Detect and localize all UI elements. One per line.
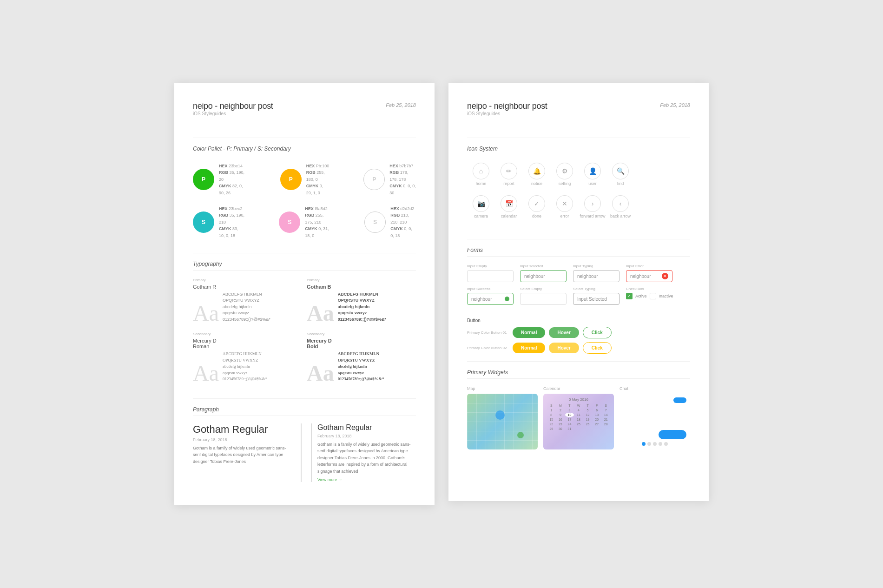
cal-cell: 16 bbox=[556, 417, 565, 422]
btn-green-hover[interactable]: Hover bbox=[549, 327, 579, 338]
form-error-input[interactable]: neighbour ✕ bbox=[626, 270, 672, 282]
cal-cell: 13 bbox=[593, 413, 601, 417]
color-section-title: Color Pallet - P: Primary / S: Secondary bbox=[193, 145, 416, 155]
icon-grid-row1: ⌂ home ✏ report 🔔 notice ⚙ setting 👤 bbox=[467, 163, 690, 193]
cal-cell: 28 bbox=[601, 422, 610, 426]
type-label-mercB: Secondary bbox=[307, 332, 416, 336]
error-icon: ✕ bbox=[556, 195, 573, 212]
cal-cell: F bbox=[593, 403, 601, 408]
page1-date: Feb 25, 2018 bbox=[386, 102, 416, 108]
widget-chat: Chat bbox=[619, 386, 690, 449]
icon-find: 🔍 find bbox=[606, 163, 634, 186]
swatch-gray: P bbox=[363, 169, 385, 190]
btn-green-click[interactable]: Click bbox=[583, 327, 612, 338]
page2-subtitle: iOS Styleguides bbox=[467, 111, 547, 116]
btn-row1-label: Primary Color Button 01 bbox=[467, 330, 509, 335]
icon-done: ✓ done bbox=[523, 195, 551, 218]
forms-row-2: Input Success neighbour Select Empty Sel… bbox=[467, 287, 690, 305]
chat-dot-1 bbox=[642, 442, 646, 446]
form-select-empty: Select Empty bbox=[520, 287, 567, 305]
cal-cell: 22 bbox=[547, 422, 556, 426]
cal-today: 10 bbox=[565, 413, 574, 417]
icon-calendar: 📅 calendar bbox=[495, 195, 523, 218]
page1-title: neipo - neighbour post bbox=[193, 101, 273, 111]
btn-green-normal[interactable]: Normal bbox=[513, 327, 545, 338]
btn-yellow-normal[interactable]: Normal bbox=[513, 343, 545, 353]
cal-cell: 2 bbox=[556, 408, 565, 412]
btn-yellow-hover[interactable]: Hover bbox=[549, 343, 579, 353]
form-checkbox-label: Check Box bbox=[626, 287, 673, 291]
form-selected-label: Input selected bbox=[520, 264, 567, 268]
color-section: Color Pallet - P: Primary / S: Secondary… bbox=[193, 145, 416, 239]
chat-dot-3 bbox=[653, 442, 657, 446]
icon-system-section: Icon System ⌂ home ✏ report 🔔 notice ⚙ s… bbox=[467, 145, 690, 226]
checkbox-inactive[interactable] bbox=[650, 293, 656, 299]
done-icon: ✓ bbox=[528, 195, 545, 212]
icon-label-back: back arrow bbox=[610, 214, 631, 218]
page2-date: Feb 25, 2018 bbox=[660, 102, 690, 108]
paragraph-title: Paragraph bbox=[193, 406, 416, 416]
cal-cell: 26 bbox=[583, 422, 592, 426]
widget-map: Map bbox=[467, 386, 538, 449]
button-row-2: Primary Color Button 02 Normal Hover Cli… bbox=[467, 342, 690, 354]
type-col-gothR: Primary Gotham R Aa ABCDEFG HIJKMLNOPQRS… bbox=[193, 278, 302, 325]
para-body-1: Gotham is a family of widely used geomet… bbox=[193, 445, 291, 465]
form-error: Input Error neighbour ✕ bbox=[626, 264, 672, 282]
color-item-pink: S HEX f9a5d2 RGB 255, 175, 210 CMYK 0, 3… bbox=[279, 205, 330, 239]
cal-cell: 12 bbox=[583, 413, 592, 417]
find-icon: 🔍 bbox=[612, 163, 629, 179]
map-grid-overlay bbox=[467, 394, 538, 449]
color-info-green: HEX 23be14 RGB 35, 190, 20 CMYK 82, 0, 9… bbox=[219, 163, 246, 196]
icon-label-calendar: calendar bbox=[501, 214, 517, 218]
calendar-display: 5 May 2016 S M T W T F S 1 2 3 4 bbox=[543, 394, 614, 449]
para-col-1: Gotham Regular February 18, 2018 Gotham … bbox=[193, 423, 291, 482]
form-error-label: Input Error bbox=[626, 264, 672, 268]
form-empty-input[interactable] bbox=[467, 270, 514, 282]
chat-bubble-top bbox=[673, 397, 686, 403]
checkbox-inactive-label: Inactive bbox=[659, 294, 673, 298]
widgets-title: Primary Widgets bbox=[467, 369, 690, 379]
cal-header: 5 May 2016 bbox=[547, 397, 610, 402]
divider-r3 bbox=[467, 361, 690, 362]
chat-dots bbox=[623, 442, 686, 446]
cal-cell: 11 bbox=[574, 413, 583, 417]
form-success-input[interactable]: neighbour bbox=[467, 293, 514, 305]
view-more-link[interactable]: View more → bbox=[317, 477, 416, 482]
cal-cell: W bbox=[574, 403, 583, 408]
setting-icon: ⚙ bbox=[556, 163, 573, 179]
type-label-gothR: Primary bbox=[193, 278, 302, 282]
cal-cell: S bbox=[547, 403, 556, 408]
form-selected-input[interactable]: neighbour bbox=[520, 270, 567, 282]
form-select-typing: Select Typing Input Selected bbox=[573, 287, 619, 305]
icon-label-camera: camera bbox=[474, 214, 488, 218]
cal-cell: 9 bbox=[556, 413, 565, 417]
form-select-typing-input[interactable]: Input Selected bbox=[573, 293, 619, 305]
type-col-gothB: Primary Gotham B Aa ABCDEFG HIJKMLNOPQRS… bbox=[307, 278, 416, 325]
swatch-yellow: P bbox=[280, 169, 302, 190]
checkbox-active-label: Active bbox=[635, 294, 647, 298]
icon-report: ✏ report bbox=[495, 163, 523, 186]
form-typing-input[interactable]: neighbour bbox=[573, 270, 619, 282]
icon-camera: 📷 camera bbox=[467, 195, 495, 218]
color-item-yellow: P HEX Pb:100 RGB 255, 180, 0 CMYK 0, 29,… bbox=[280, 163, 329, 196]
divider-3 bbox=[193, 398, 416, 399]
cal-cell: T bbox=[565, 403, 574, 408]
chat-dot-5 bbox=[664, 442, 668, 446]
cal-cell: 29 bbox=[547, 427, 556, 431]
type-col-mercB: Secondary Mercury DBold Aa ABCDEFG HIJKM… bbox=[307, 332, 416, 384]
type-sample-mercR: ABCDEFG HIJKMLNOPQRSTU VWXYZabcdefg hijk… bbox=[223, 351, 267, 383]
cal-cell: 19 bbox=[583, 417, 592, 422]
form-select-empty-input[interactable] bbox=[520, 293, 567, 305]
map-marker-2 bbox=[517, 432, 524, 438]
type-sample-gothB: ABCDEFG HIJKMLNOPQRSTU VWXYZabcdefg hijk… bbox=[338, 291, 386, 323]
type-aa-mercB: Aa bbox=[307, 362, 334, 384]
btn-yellow-click[interactable]: Click bbox=[583, 342, 612, 354]
form-checkbox: Check Box ✓ Active Inactive bbox=[626, 287, 673, 305]
swatch-pink: S bbox=[279, 211, 300, 233]
color-item-gray: P HEX b7b7b7 RGB 178, 178, 178 CMYK 0, 0… bbox=[363, 163, 416, 196]
icon-label-forward: forward arrow bbox=[580, 214, 605, 218]
icon-setting: ⚙ setting bbox=[551, 163, 579, 186]
checkbox-active[interactable]: ✓ bbox=[626, 293, 633, 299]
type-name-mercB: Mercury DBold bbox=[307, 338, 416, 349]
type-name-gothB: Gotham B bbox=[307, 284, 416, 290]
